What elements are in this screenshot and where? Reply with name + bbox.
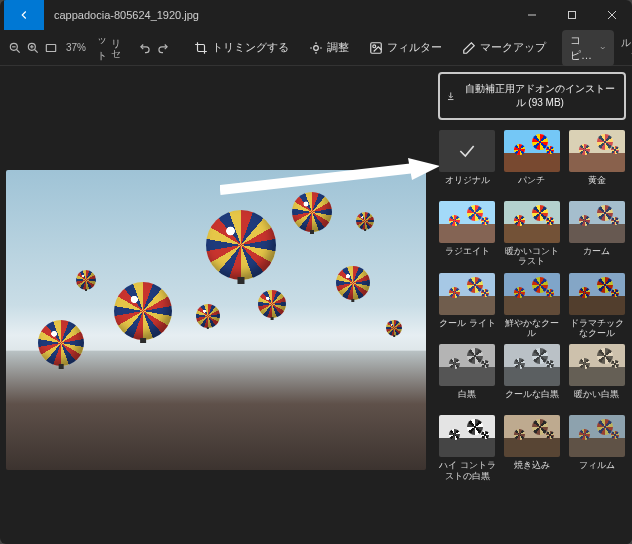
filter-item-calm[interactable]: カーム [567,201,626,267]
fit-icon [44,41,58,55]
filter-item-drama[interactable]: ドラマチックなクール [567,273,626,339]
filter-thumb [439,273,495,315]
zoom-in-button[interactable] [26,37,40,59]
markup-button[interactable]: マークアップ [454,36,554,59]
toolbar: 37% リセット トリミングする 調整 フィルター マークアップ コピ… [0,30,632,66]
titlebar: cappadocia-805624_1920.jpg [0,0,632,30]
filter-panel: 自動補正用アドオンのインストール (93 MB) オリジナルパンチ黄金ラジエイト… [432,66,632,544]
cancel-button[interactable]: キャンセル [618,30,632,65]
filter-item-vivid[interactable]: 鮮やかなクール [503,273,562,339]
filter-thumb [504,415,560,457]
filter-label: ハイ コントラストの白黒 [438,460,497,481]
redo-button[interactable] [156,37,170,59]
canvas[interactable] [0,66,432,544]
filter-label: 暖かい白黒 [574,389,619,409]
redo-icon [156,41,170,55]
filter-item-warm[interactable]: 暖かいコントラスト [503,201,562,267]
filter-item-film[interactable]: フィルム [567,415,626,481]
minimize-button[interactable] [512,0,552,30]
install-addon-label: 自動補正用アドオンのインストール (93 MB) [461,82,618,110]
filter-thumb [569,273,625,315]
adjust-icon [309,41,323,55]
svg-rect-11 [46,44,55,51]
filter-thumb [504,273,560,315]
window-controls [512,0,632,30]
markup-icon [462,41,476,55]
filter-thumb [504,130,560,172]
maximize-button[interactable] [552,0,592,30]
filter-label: 暖かいコントラスト [503,246,562,267]
image-preview [6,170,426,470]
crop-icon [194,41,208,55]
zoom-level: 37% [62,42,90,53]
zoom-out-button[interactable] [8,37,22,59]
copy-button[interactable]: コピ… [562,30,614,66]
filter-item-punch[interactable]: パンチ [503,130,562,195]
filter-label: カーム [583,246,610,266]
filter-icon [369,41,383,55]
svg-rect-1 [569,12,576,19]
download-icon [446,90,455,102]
app-window: cappadocia-805624_1920.jpg 37% リセット [0,0,632,544]
undo-icon [138,41,152,55]
filter-item-burn[interactable]: 焼き込み [503,415,562,481]
install-addon-button[interactable]: 自動補正用アドオンのインストール (93 MB) [438,72,626,120]
svg-point-12 [314,45,319,50]
filter-label: 白黒 [458,389,476,409]
filter-label: オリジナル [445,175,490,195]
filter-label: クールな白黒 [505,389,559,409]
filter-thumb [504,344,560,386]
filter-label: 鮮やかなクール [503,318,562,339]
adjust-label: 調整 [327,40,349,55]
reset-button[interactable]: リセット [94,30,122,65]
filter-thumb [569,201,625,243]
filter-item-bw[interactable]: 白黒 [438,344,497,409]
filter-thumb [439,344,495,386]
filter-label: ドラマチックなクール [567,318,626,339]
adjust-button[interactable]: 調整 [301,36,357,59]
filter-thumb [439,130,495,172]
filter-thumb [504,201,560,243]
filter-thumb [439,415,495,457]
filter-item-coolbw[interactable]: クールな白黒 [503,344,562,409]
svg-line-8 [35,49,38,52]
close-icon [607,10,617,20]
crop-label: トリミングする [212,40,289,55]
zoom-in-icon [26,41,40,55]
content: 自動補正用アドオンのインストール (93 MB) オリジナルパンチ黄金ラジエイト… [0,66,632,544]
maximize-icon [567,10,577,20]
filter-item-gold[interactable]: 黄金 [567,130,626,195]
filter-label: フィルター [387,40,442,55]
chevron-down-icon [599,43,606,53]
undo-button[interactable] [138,37,152,59]
minimize-icon [527,10,537,20]
filter-item-original[interactable]: オリジナル [438,130,497,195]
filter-item-warmbw[interactable]: 暖かい白黒 [567,344,626,409]
filter-label: 黄金 [588,175,606,195]
filter-label: ラジエイト [445,246,490,266]
filter-thumb [569,344,625,386]
filter-label: パンチ [518,175,545,195]
filter-thumb [439,201,495,243]
zoom-out-icon [8,41,22,55]
filter-item-radiate[interactable]: ラジエイト [438,201,497,267]
crop-button[interactable]: トリミングする [186,36,297,59]
filter-button[interactable]: フィルター [361,36,450,59]
filter-item-coollt[interactable]: クール ライト [438,273,497,339]
filter-label: 焼き込み [514,460,550,480]
filter-thumb [569,130,625,172]
close-button[interactable] [592,0,632,30]
fit-button[interactable] [44,37,58,59]
back-button[interactable] [4,0,44,30]
markup-label: マークアップ [480,40,546,55]
file-title: cappadocia-805624_1920.jpg [50,9,506,21]
filter-grid: オリジナルパンチ黄金ラジエイト暖かいコントラストカームクール ライト鮮やかなクー… [438,130,626,481]
filter-item-hibw[interactable]: ハイ コントラストの白黒 [438,415,497,481]
copy-label: コピ… [570,33,595,63]
filter-label: フィルム [579,460,615,480]
filter-thumb [569,415,625,457]
arrow-left-icon [17,8,31,22]
svg-point-18 [373,44,376,47]
filter-label: クール ライト [439,318,496,338]
svg-line-5 [17,49,20,52]
